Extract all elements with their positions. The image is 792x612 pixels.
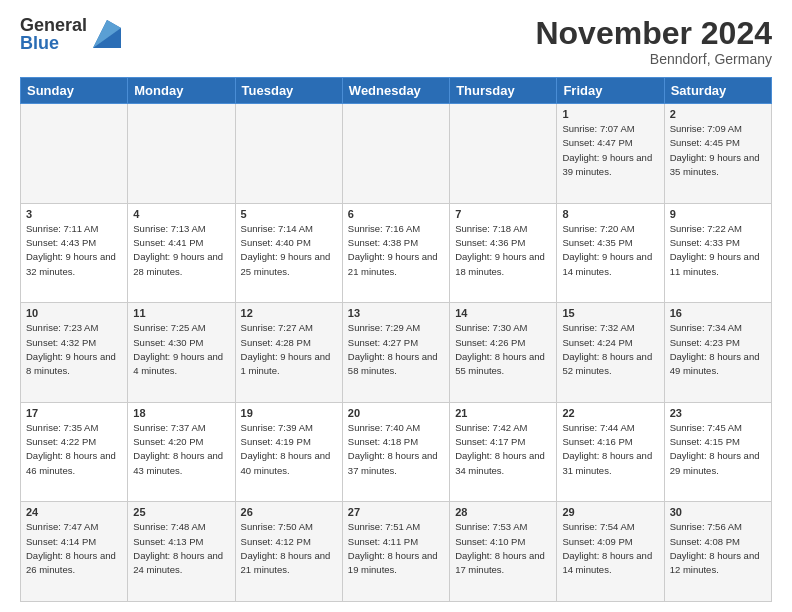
- day-info: Sunrise: 7:13 AMSunset: 4:41 PMDaylight:…: [133, 222, 229, 279]
- day-number: 28: [455, 506, 551, 518]
- table-row: 23Sunrise: 7:45 AMSunset: 4:15 PMDayligh…: [664, 402, 771, 502]
- day-info: Sunrise: 7:11 AMSunset: 4:43 PMDaylight:…: [26, 222, 122, 279]
- day-info: Sunrise: 7:16 AMSunset: 4:38 PMDaylight:…: [348, 222, 444, 279]
- day-number: 10: [26, 307, 122, 319]
- table-row: 12Sunrise: 7:27 AMSunset: 4:28 PMDayligh…: [235, 303, 342, 403]
- day-number: 26: [241, 506, 337, 518]
- table-row: 3Sunrise: 7:11 AMSunset: 4:43 PMDaylight…: [21, 203, 128, 303]
- day-info: Sunrise: 7:45 AMSunset: 4:15 PMDaylight:…: [670, 421, 766, 478]
- day-number: 7: [455, 208, 551, 220]
- day-number: 23: [670, 407, 766, 419]
- day-info: Sunrise: 7:18 AMSunset: 4:36 PMDaylight:…: [455, 222, 551, 279]
- header-thursday: Thursday: [450, 78, 557, 104]
- day-info: Sunrise: 7:09 AMSunset: 4:45 PMDaylight:…: [670, 122, 766, 179]
- day-number: 22: [562, 407, 658, 419]
- header-sunday: Sunday: [21, 78, 128, 104]
- day-number: 25: [133, 506, 229, 518]
- table-row: 27Sunrise: 7:51 AMSunset: 4:11 PMDayligh…: [342, 502, 449, 602]
- day-info: Sunrise: 7:27 AMSunset: 4:28 PMDaylight:…: [241, 321, 337, 378]
- table-row: 13Sunrise: 7:29 AMSunset: 4:27 PMDayligh…: [342, 303, 449, 403]
- title-section: November 2024 Benndorf, Germany: [535, 16, 772, 67]
- day-info: Sunrise: 7:07 AMSunset: 4:47 PMDaylight:…: [562, 122, 658, 179]
- day-number: 11: [133, 307, 229, 319]
- table-row: [128, 104, 235, 204]
- calendar-week-row: 1Sunrise: 7:07 AMSunset: 4:47 PMDaylight…: [21, 104, 772, 204]
- day-info: Sunrise: 7:20 AMSunset: 4:35 PMDaylight:…: [562, 222, 658, 279]
- table-row: 6Sunrise: 7:16 AMSunset: 4:38 PMDaylight…: [342, 203, 449, 303]
- day-info: Sunrise: 7:54 AMSunset: 4:09 PMDaylight:…: [562, 520, 658, 577]
- day-info: Sunrise: 7:40 AMSunset: 4:18 PMDaylight:…: [348, 421, 444, 478]
- day-number: 30: [670, 506, 766, 518]
- table-row: [235, 104, 342, 204]
- table-row: 2Sunrise: 7:09 AMSunset: 4:45 PMDaylight…: [664, 104, 771, 204]
- day-number: 2: [670, 108, 766, 120]
- calendar-week-row: 17Sunrise: 7:35 AMSunset: 4:22 PMDayligh…: [21, 402, 772, 502]
- table-row: 9Sunrise: 7:22 AMSunset: 4:33 PMDaylight…: [664, 203, 771, 303]
- table-row: 24Sunrise: 7:47 AMSunset: 4:14 PMDayligh…: [21, 502, 128, 602]
- day-number: 9: [670, 208, 766, 220]
- day-number: 18: [133, 407, 229, 419]
- day-info: Sunrise: 7:39 AMSunset: 4:19 PMDaylight:…: [241, 421, 337, 478]
- day-number: 29: [562, 506, 658, 518]
- location: Benndorf, Germany: [535, 51, 772, 67]
- table-row: [21, 104, 128, 204]
- calendar-table: Sunday Monday Tuesday Wednesday Thursday…: [20, 77, 772, 602]
- table-row: 26Sunrise: 7:50 AMSunset: 4:12 PMDayligh…: [235, 502, 342, 602]
- day-info: Sunrise: 7:51 AMSunset: 4:11 PMDaylight:…: [348, 520, 444, 577]
- day-number: 24: [26, 506, 122, 518]
- day-number: 21: [455, 407, 551, 419]
- day-number: 12: [241, 307, 337, 319]
- table-row: 4Sunrise: 7:13 AMSunset: 4:41 PMDaylight…: [128, 203, 235, 303]
- day-number: 6: [348, 208, 444, 220]
- table-row: 1Sunrise: 7:07 AMSunset: 4:47 PMDaylight…: [557, 104, 664, 204]
- header-friday: Friday: [557, 78, 664, 104]
- day-info: Sunrise: 7:44 AMSunset: 4:16 PMDaylight:…: [562, 421, 658, 478]
- day-number: 17: [26, 407, 122, 419]
- day-info: Sunrise: 7:37 AMSunset: 4:20 PMDaylight:…: [133, 421, 229, 478]
- month-title: November 2024: [535, 16, 772, 51]
- day-number: 5: [241, 208, 337, 220]
- table-row: [342, 104, 449, 204]
- table-row: 22Sunrise: 7:44 AMSunset: 4:16 PMDayligh…: [557, 402, 664, 502]
- day-number: 19: [241, 407, 337, 419]
- table-row: 28Sunrise: 7:53 AMSunset: 4:10 PMDayligh…: [450, 502, 557, 602]
- header: General Blue November 2024 Benndorf, Ger…: [20, 16, 772, 67]
- logo-blue: Blue: [20, 34, 87, 52]
- header-saturday: Saturday: [664, 78, 771, 104]
- logo-text: General Blue: [20, 16, 87, 52]
- day-number: 1: [562, 108, 658, 120]
- header-tuesday: Tuesday: [235, 78, 342, 104]
- day-number: 16: [670, 307, 766, 319]
- header-monday: Monday: [128, 78, 235, 104]
- table-row: 25Sunrise: 7:48 AMSunset: 4:13 PMDayligh…: [128, 502, 235, 602]
- table-row: 17Sunrise: 7:35 AMSunset: 4:22 PMDayligh…: [21, 402, 128, 502]
- day-number: 15: [562, 307, 658, 319]
- logo-general: General: [20, 16, 87, 34]
- day-number: 4: [133, 208, 229, 220]
- table-row: 11Sunrise: 7:25 AMSunset: 4:30 PMDayligh…: [128, 303, 235, 403]
- day-info: Sunrise: 7:56 AMSunset: 4:08 PMDaylight:…: [670, 520, 766, 577]
- calendar-week-row: 24Sunrise: 7:47 AMSunset: 4:14 PMDayligh…: [21, 502, 772, 602]
- day-info: Sunrise: 7:23 AMSunset: 4:32 PMDaylight:…: [26, 321, 122, 378]
- logo-icon: [93, 20, 121, 48]
- calendar-week-row: 3Sunrise: 7:11 AMSunset: 4:43 PMDaylight…: [21, 203, 772, 303]
- day-info: Sunrise: 7:53 AMSunset: 4:10 PMDaylight:…: [455, 520, 551, 577]
- day-number: 20: [348, 407, 444, 419]
- table-row: 10Sunrise: 7:23 AMSunset: 4:32 PMDayligh…: [21, 303, 128, 403]
- weekday-header-row: Sunday Monday Tuesday Wednesday Thursday…: [21, 78, 772, 104]
- table-row: 20Sunrise: 7:40 AMSunset: 4:18 PMDayligh…: [342, 402, 449, 502]
- calendar-week-row: 10Sunrise: 7:23 AMSunset: 4:32 PMDayligh…: [21, 303, 772, 403]
- table-row: [450, 104, 557, 204]
- day-info: Sunrise: 7:35 AMSunset: 4:22 PMDaylight:…: [26, 421, 122, 478]
- day-info: Sunrise: 7:29 AMSunset: 4:27 PMDaylight:…: [348, 321, 444, 378]
- day-number: 8: [562, 208, 658, 220]
- day-info: Sunrise: 7:50 AMSunset: 4:12 PMDaylight:…: [241, 520, 337, 577]
- table-row: 5Sunrise: 7:14 AMSunset: 4:40 PMDaylight…: [235, 203, 342, 303]
- table-row: 8Sunrise: 7:20 AMSunset: 4:35 PMDaylight…: [557, 203, 664, 303]
- table-row: 16Sunrise: 7:34 AMSunset: 4:23 PMDayligh…: [664, 303, 771, 403]
- day-info: Sunrise: 7:48 AMSunset: 4:13 PMDaylight:…: [133, 520, 229, 577]
- table-row: 30Sunrise: 7:56 AMSunset: 4:08 PMDayligh…: [664, 502, 771, 602]
- day-number: 13: [348, 307, 444, 319]
- table-row: 14Sunrise: 7:30 AMSunset: 4:26 PMDayligh…: [450, 303, 557, 403]
- day-info: Sunrise: 7:14 AMSunset: 4:40 PMDaylight:…: [241, 222, 337, 279]
